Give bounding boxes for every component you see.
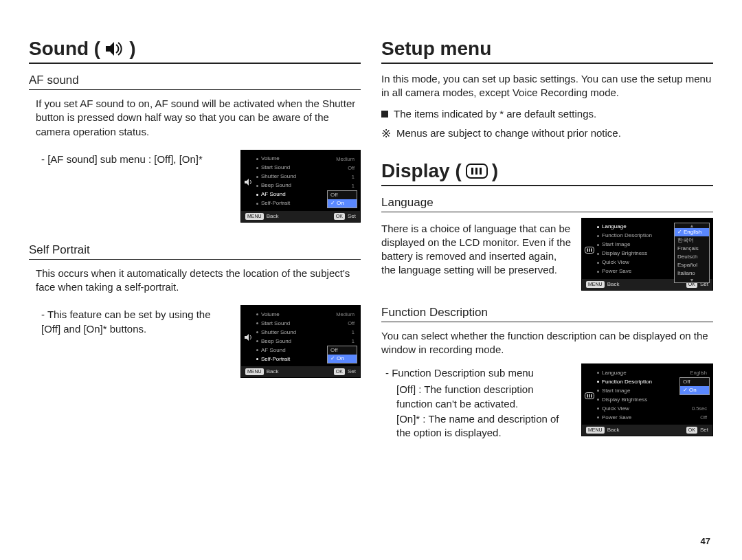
row-label: Function Description	[602, 233, 652, 238]
af-sound-screenshot: VolumeMediumStart SoundOffShutter Sound1…	[240, 150, 361, 223]
options-popup: OffOn	[327, 346, 357, 363]
setup-menu-heading: Setup menu	[381, 38, 713, 64]
function-description-body: You can select whether the function desc…	[381, 329, 713, 357]
change-notice: ※ Menus are subject to change without pr…	[381, 126, 713, 142]
self-portrait-screenshot: VolumeMediumStart SoundOffShutter Sound1…	[240, 305, 361, 378]
popup-option: Off	[328, 346, 357, 355]
menu-row: VolumeMedium	[256, 310, 356, 319]
options-popup: OffOn	[679, 377, 710, 395]
self-portrait-sub: - This feature can be set by using the […	[41, 308, 231, 336]
svg-rect-14	[591, 394, 592, 398]
svg-rect-6	[480, 168, 482, 175]
row-label: Power Save	[602, 415, 631, 421]
svg-rect-9	[589, 248, 590, 251]
row-dot-icon	[597, 253, 599, 255]
row-dot-icon	[597, 390, 599, 392]
row-value: 1	[352, 175, 356, 180]
row-label: Quick View	[602, 260, 629, 265]
row-dot-icon	[597, 399, 599, 401]
row-value: Medium	[336, 312, 356, 317]
menu-row: Shutter Sound1	[256, 172, 356, 181]
popup-option: Italiano	[675, 269, 709, 278]
popup-option: English	[675, 228, 709, 236]
row-label: Start Sound	[261, 165, 290, 170]
language-title: Language	[381, 196, 713, 212]
display-heading: Display ( )	[381, 160, 713, 186]
row-label: Display Brightness	[602, 251, 647, 256]
popup-option: Deutsch	[675, 253, 709, 261]
menu-row: Power SaveOff	[597, 413, 708, 422]
row-dot-icon	[256, 313, 258, 315]
row-value: 1	[352, 330, 356, 335]
sound-tab-icon	[244, 333, 254, 341]
row-label: Display Brightness	[602, 397, 647, 403]
row-dot-icon	[256, 194, 258, 196]
func-desc-screenshot: LanguageEnglishFunction DescriptionStart…	[581, 363, 713, 436]
row-dot-icon	[597, 262, 599, 264]
row-value: 1	[352, 339, 356, 344]
row-dot-icon	[597, 372, 599, 374]
menu-row: Start SoundOff	[256, 319, 356, 328]
menu-row: Beep Sound1	[256, 337, 356, 346]
row-label: Beep Sound	[261, 183, 291, 188]
row-dot-icon	[256, 203, 258, 205]
row-label: Beep Sound	[261, 339, 291, 344]
popup-option: Off	[680, 378, 709, 386]
row-dot-icon	[256, 358, 258, 360]
row-dot-icon	[256, 167, 258, 169]
popup-option: Español	[675, 261, 709, 269]
display-tab-icon	[585, 392, 594, 400]
popup-option: On	[328, 355, 357, 363]
row-label: Self-Portrait	[261, 201, 290, 206]
row-label: Language	[602, 224, 627, 229]
row-dot-icon	[256, 185, 258, 187]
popup-option: 한국어	[675, 236, 709, 245]
row-label: Volume	[261, 312, 280, 317]
row-dot-icon	[256, 176, 258, 178]
svg-marker-0	[106, 42, 114, 56]
menu-row: Shutter Sound1	[256, 328, 356, 337]
row-label: Shutter Sound	[261, 330, 296, 335]
row-label: Start Sound	[261, 321, 290, 326]
row-label: Shutter Sound	[261, 174, 296, 179]
ok-key: OK	[334, 213, 345, 220]
sound-tab-icon	[244, 178, 254, 186]
row-label: Start Image	[602, 388, 630, 394]
func-desc-sub: - Function Description sub menu	[385, 366, 572, 380]
row-value: Off	[348, 321, 356, 326]
reference-mark-icon: ※	[381, 126, 391, 142]
row-label: Function Description	[602, 379, 652, 385]
scroll-down-icon: ▼	[675, 278, 709, 282]
scroll-up-icon: ▲	[675, 223, 709, 228]
svg-rect-8	[587, 248, 589, 251]
af-sound-body: If you set AF sound to on, AF sound will…	[36, 97, 361, 139]
row-label: Volume	[261, 156, 280, 161]
display-icon	[466, 164, 488, 179]
row-value: 1	[352, 183, 356, 189]
self-portrait-body: This occurs when it automatically detect…	[36, 267, 361, 295]
row-dot-icon	[256, 322, 258, 324]
func-desc-off: [Off] : The function description functio…	[396, 383, 572, 411]
row-dot-icon	[256, 340, 258, 342]
row-dot-icon	[597, 244, 599, 246]
row-dot-icon	[597, 381, 599, 383]
func-desc-on: [On]* : The name and description of the …	[396, 412, 572, 440]
popup-option: Off	[328, 191, 357, 199]
svg-rect-13	[589, 394, 590, 398]
row-dot-icon	[597, 271, 599, 273]
options-popup: OffOn	[327, 190, 357, 208]
af-sound-submenu: - [AF sound] sub menu : [Off], [On]*	[41, 153, 231, 166]
menu-row: Beep Sound1	[256, 181, 356, 190]
row-label: Self-Portrait	[261, 357, 290, 362]
language-body: There is a choice of language that can b…	[381, 222, 572, 278]
row-value: Off	[700, 415, 708, 421]
options-popup: ▲English한국어FrançaisDeutschEspañolItalian…	[674, 223, 710, 283]
square-bullet-icon	[381, 111, 388, 117]
popup-option: Français	[675, 245, 709, 253]
menu-row: Display Brightness	[597, 395, 708, 404]
svg-rect-5	[475, 168, 477, 175]
row-dot-icon	[256, 158, 258, 160]
left-column: Sound ( ) AF sound If you set AF sound t…	[29, 38, 361, 539]
row-value: 0.5sec	[692, 406, 708, 412]
row-value: Off	[348, 166, 356, 171]
